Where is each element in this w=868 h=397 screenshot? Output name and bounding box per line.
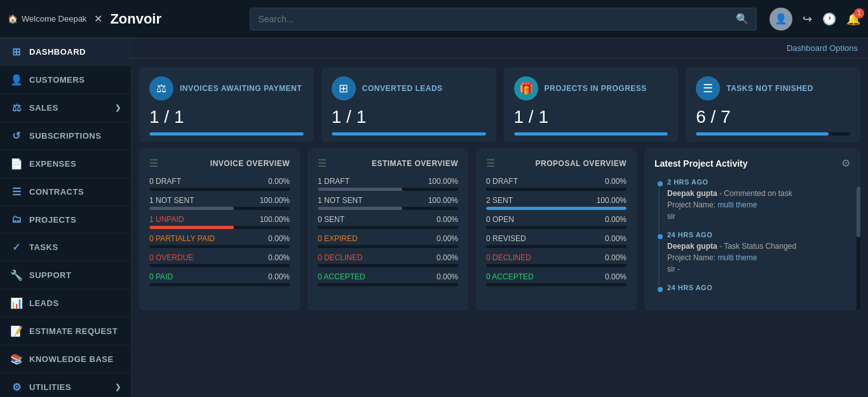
activity-title: Latest Project Activity bbox=[654, 158, 748, 169]
sidebar-item-sales[interactable]: ⚖ SALES ❯ bbox=[0, 94, 131, 122]
stat-title: CONVERTED LEADS bbox=[362, 84, 443, 93]
tasks-icon: ✓ bbox=[10, 241, 23, 253]
sidebar-item-label: UTILITIES bbox=[29, 382, 71, 392]
close-icon[interactable]: ✕ bbox=[94, 13, 102, 25]
overview-row: 0 EXPIRED 0.00% bbox=[318, 234, 458, 248]
overview-row: 2 SENT 100.00% bbox=[486, 196, 627, 210]
sidebar-item-support[interactable]: 🔧 SUPPORT bbox=[0, 261, 131, 289]
overview-row-top: 1 NOT SENT 100.00% bbox=[318, 196, 458, 205]
overview-bar-bg bbox=[318, 207, 458, 210]
activity-timeline: 2 HRS AGO Deepak gupta - Commented on ta… bbox=[654, 178, 850, 291]
overview-row-pct: 100.00% bbox=[428, 177, 458, 186]
overview-row: 0 OPEN 0.00% bbox=[486, 215, 627, 229]
overview-bar-bg bbox=[149, 264, 290, 267]
overview-row: 0 DECLINED 0.00% bbox=[486, 253, 627, 267]
overview-row-top: 0 SENT 0.00% bbox=[318, 215, 458, 224]
clock-icon[interactable]: 🕐 bbox=[822, 12, 836, 26]
stat-card-converted_leads[interactable]: ⊞ CONVERTED LEADS 1 / 1 bbox=[322, 67, 496, 142]
overview-bar-bg bbox=[318, 245, 458, 248]
overview-row: 0 REVISED 0.00% bbox=[486, 234, 627, 248]
activity-card: Latest Project Activity ⚙ 2 HRS AGO Deep… bbox=[644, 148, 860, 310]
dashboard-icon: ⊞ bbox=[10, 46, 23, 58]
overview-row: 1 UNPAID 100.00% bbox=[149, 215, 290, 229]
activity-dot bbox=[656, 180, 664, 188]
overview-row: 0 PARTIALLY PAID 0.00% bbox=[149, 234, 290, 248]
overview-row-label: 0 PAID bbox=[149, 272, 173, 281]
overview-row-top: 0 DECLINED 0.00% bbox=[486, 253, 627, 262]
stat-progress bbox=[332, 132, 486, 136]
sidebar-item-label: PROJECTS bbox=[29, 215, 76, 225]
main-layout: ⊞ DASHBOARD 👤 CUSTOMERS ⚖ SALES ❯ ↺ SUBS… bbox=[0, 38, 868, 397]
activity-time: 24 HRS AGO bbox=[667, 231, 850, 239]
estimate-overview-title: ESTIMATE OVERVIEW bbox=[372, 159, 458, 168]
overview-bar-bg bbox=[149, 283, 290, 286]
sidebar-item-projects[interactable]: 🗂 PROJECTS bbox=[0, 206, 131, 233]
overview-row: 0 DRAFT 0.00% bbox=[486, 177, 627, 191]
overview-row-label: 0 OPEN bbox=[486, 215, 514, 224]
overview-bar-bg bbox=[486, 226, 627, 229]
overview-row-label: 1 NOT SENT bbox=[318, 196, 362, 205]
overview-row-top: 0 OVERDUE 0.00% bbox=[149, 253, 290, 262]
activity-project-link[interactable]: multi theme bbox=[717, 253, 757, 262]
estimate-menu-icon[interactable]: ☰ bbox=[318, 157, 327, 169]
overview-row-label: 1 DRAFT bbox=[318, 177, 349, 186]
proposal-menu-icon[interactable]: ☰ bbox=[486, 157, 495, 169]
invoice-overview-title: INVOICE OVERVIEW bbox=[210, 159, 290, 168]
activity-text: Deepak gupta - Task Status Changed Proje… bbox=[667, 240, 850, 263]
overview-row-top: 0 ACCEPTED 0.00% bbox=[318, 272, 458, 281]
overview-row-top: 0 ACCEPTED 0.00% bbox=[486, 272, 627, 281]
overview-row-pct: 0.00% bbox=[605, 253, 627, 262]
sidebar-item-dashboard[interactable]: ⊞ DASHBOARD bbox=[0, 38, 131, 66]
stat-progress-bar bbox=[149, 132, 304, 136]
dashboard-options-button[interactable]: Dashboard Options bbox=[787, 43, 858, 53]
stat-card-invoices_awaiting[interactable]: ⚖ INVOICES AWAITING PAYMENT 1 / 1 bbox=[139, 67, 314, 142]
notification-badge: 1 bbox=[854, 8, 864, 18]
share-icon[interactable]: ↪ bbox=[803, 12, 812, 26]
sidebar-item-subscriptions[interactable]: ↺ SUBSCRIPTIONS bbox=[0, 122, 131, 150]
activity-item: 24 HRS AGO bbox=[667, 284, 850, 291]
search-input[interactable] bbox=[258, 14, 736, 24]
stats-row: ⚖ INVOICES AWAITING PAYMENT 1 / 1 ⊞ CONV… bbox=[132, 59, 868, 148]
invoice-rows: 0 DRAFT 0.00% 1 NOT SENT 100.00% 1 UNPAI… bbox=[149, 177, 290, 286]
overview-row-label: 0 ACCEPTED bbox=[318, 272, 365, 281]
sales-icon: ⚖ bbox=[10, 102, 23, 114]
sidebar-item-label: SUPPORT bbox=[29, 270, 71, 280]
notification-icon[interactable]: 🔔 1 bbox=[846, 12, 860, 26]
overview-row-label: 0 EXPIRED bbox=[318, 234, 358, 243]
overview-row-top: 1 NOT SENT 100.00% bbox=[149, 196, 290, 205]
overview-bar-bg bbox=[318, 188, 458, 191]
activity-project-label: Project Name: bbox=[667, 253, 715, 262]
search-bar[interactable]: 🔍 bbox=[250, 8, 757, 31]
sidebar-item-estimate-request[interactable]: 📝 ESTIMATE REQUEST bbox=[0, 317, 131, 345]
invoice-menu-icon[interactable]: ☰ bbox=[149, 157, 158, 169]
sidebar-item-knowledge-base[interactable]: 📚 KNOWLEDGE BASE bbox=[0, 345, 131, 373]
overview-row-top: 2 SENT 100.00% bbox=[486, 196, 627, 205]
overview-row-pct: 0.00% bbox=[268, 177, 290, 186]
overview-bar bbox=[149, 207, 234, 210]
sidebar-item-contracts[interactable]: ☰ CONTRACTS bbox=[0, 178, 131, 206]
stat-card-projects_in_progress[interactable]: 🎁 PROJECTS IN PROGRESS 1 / 1 bbox=[504, 67, 679, 142]
welcome-user: 🏠 Welcome Deepak bbox=[8, 14, 86, 24]
scrollbar-track bbox=[857, 186, 860, 310]
sidebar-item-tasks[interactable]: ✓ TASKS bbox=[0, 233, 131, 261]
avatar[interactable]: 👤 bbox=[770, 8, 792, 31]
activity-project-link[interactable]: multi theme bbox=[717, 200, 757, 209]
sidebar-item-expenses[interactable]: 📄 EXPENSES bbox=[0, 150, 131, 178]
stat-value: 1 / 1 bbox=[332, 107, 486, 127]
overview-row-top: 0 REVISED 0.00% bbox=[486, 234, 627, 243]
stat-progress-bar bbox=[332, 132, 486, 136]
content-area: Dashboard Options ⚖ INVOICES AWAITING PA… bbox=[132, 38, 868, 397]
sidebar-item-leads[interactable]: 📊 LEADS bbox=[0, 289, 131, 317]
overview-row-label: 0 PARTIALLY PAID bbox=[149, 234, 215, 243]
overview-row-top: 0 PARTIALLY PAID 0.00% bbox=[149, 234, 290, 243]
activity-dot bbox=[656, 233, 664, 240]
scrollbar-thumb[interactable] bbox=[857, 186, 860, 237]
activity-gear-icon[interactable]: ⚙ bbox=[841, 157, 850, 169]
overview-bar-bg bbox=[486, 264, 627, 267]
sidebar-item-customers[interactable]: 👤 CUSTOMERS bbox=[0, 66, 131, 94]
sidebar-item-utilities[interactable]: ⚙ UTILITIES ❯ bbox=[0, 373, 131, 397]
proposal-overview-card: ☰ PROPOSAL OVERVIEW 0 DRAFT 0.00% 2 SENT… bbox=[476, 148, 637, 310]
stat-card-tasks_not_finished[interactable]: ☰ TASKS NOT FINISHED 6 / 7 bbox=[686, 67, 860, 142]
stat-title: TASKS NOT FINISHED bbox=[726, 84, 813, 93]
overview-bar-bg bbox=[486, 188, 627, 191]
